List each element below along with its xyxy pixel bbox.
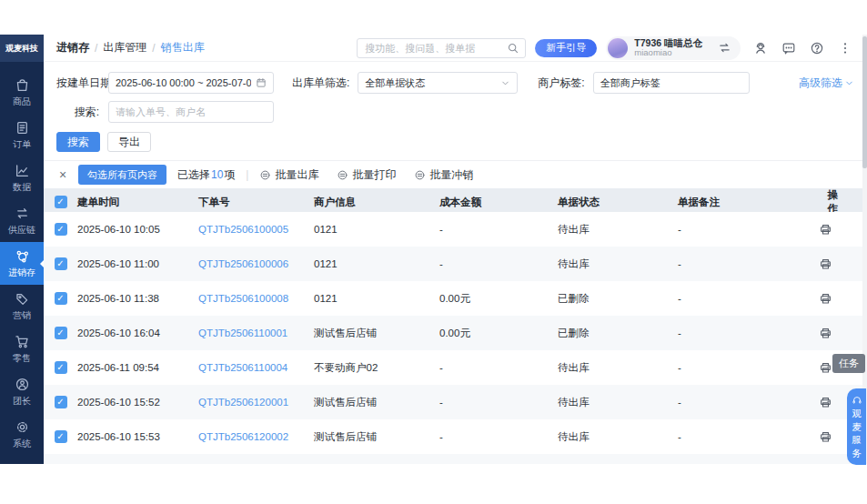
batch-print-button[interactable]: 批量打印 [337,167,396,183]
sidebar-item-person[interactable]: 团长 [0,370,44,413]
avatar[interactable] [608,38,628,58]
printer-icon[interactable] [819,361,832,375]
status-text: 待出库 [558,223,678,237]
batch-circle-icon [337,169,348,181]
row-checkbox[interactable]: ✓ [55,430,67,443]
help-icon[interactable] [810,41,824,55]
select-all-pages-button[interactable]: 勾选所有页内容 [78,165,166,185]
sidebar-item-label: 营销 [13,309,31,322]
cell-create-time: 2025-06-10 16:04 [77,328,198,338]
order-number-link[interactable]: QTJTb2506110001 [198,328,314,338]
date-range-picker[interactable] [108,72,274,94]
column-header-1: 下单号 [198,196,314,209]
cell-cost-amount: - [439,224,558,235]
close-selection-icon[interactable]: × [56,167,69,182]
switch-account-icon[interactable] [718,41,731,55]
printer-icon[interactable] [819,327,832,340]
row-checkbox[interactable]: ✓ [55,327,67,339]
order-number-link[interactable]: QTJTb2506100005 [198,224,314,235]
row-checkbox[interactable]: ✓ [55,257,67,270]
sidebar-item-inventory[interactable]: 进销存 [0,242,44,285]
breadcrumb-item-1[interactable]: 出库管理 [103,40,146,55]
sidebar-item-label: 商品 [13,96,31,108]
supply-icon [15,206,30,221]
keyword-input[interactable] [116,106,267,117]
batch-writeoff-button[interactable]: 批量冲销 [414,167,473,183]
column-header-0: 建单时间 [77,196,198,209]
global-search-box[interactable] [357,38,526,58]
task-tab[interactable]: 任务 [832,354,865,373]
merchant-tag-field[interactable] [593,72,750,94]
cell-note: - [678,328,819,338]
chat-icon[interactable] [781,41,796,55]
service-tab-char: 观 [852,408,862,419]
search-icon[interactable] [507,42,519,55]
row-checkbox-cell: ✓ [44,396,77,408]
row-checkbox-cell: ✓ [44,292,77,305]
export-button[interactable]: 导出 [107,132,151,152]
bag-icon [15,77,30,93]
cell-cost-amount: - [439,362,558,373]
sidebar-item-chart[interactable]: 数据 [0,156,44,199]
column-header-3: 成本金额 [439,196,558,209]
table-row: ✓2025-06-10 11:38QTJTb250610000801210.00… [44,281,867,316]
filter-panel: 按建单日期 出库单筛选: 全部单据状态 商户标签: [44,62,867,161]
table-header-row: ✓ 建单时间下单号商户信息成本金额单据状态单据备注操作 [44,188,867,212]
cell-create-time: 2025-06-11 09:54 [77,362,198,373]
selected-count: 10 [210,168,224,181]
order-number-link[interactable]: QTJTb2506110004 [198,362,314,373]
batch-bar: × 勾选所有页内容 已选择10项 | 批量出库批量打印批量冲销 [44,161,867,188]
row-checkbox-cell: ✓ [44,361,77,374]
printer-icon[interactable] [819,396,832,409]
order-number-link[interactable]: QTJTb2506120001 [198,397,314,408]
order-number-link[interactable]: QTJTb2506100008 [198,293,314,304]
calendar-icon[interactable] [256,77,267,88]
sidebar-item-gear[interactable]: 系统 [0,413,44,456]
row-checkbox-cell: ✓ [44,257,77,270]
breadcrumb-item-0[interactable]: 进销存 [56,40,89,55]
newbie-guide-button[interactable]: 新手引导 [535,39,597,57]
printer-icon[interactable] [819,430,832,444]
date-range-input[interactable] [116,77,251,88]
sidebar-item-supply[interactable]: 供应链 [0,199,44,242]
printer-icon[interactable] [819,257,832,271]
status-select[interactable]: 全部单据状态 [358,72,518,94]
selected-prefix: 已选择 [177,168,210,181]
cell-note: - [678,224,819,235]
row-checkbox[interactable]: ✓ [55,396,67,408]
printer-icon[interactable] [819,292,832,306]
batch-circle-icon [259,169,271,181]
batch-outbound-button[interactable]: 批量出库 [259,167,318,183]
status-text: 已删除 [558,292,678,306]
order-number-link[interactable]: QTJTb2506100006 [198,258,314,269]
order-number-link[interactable]: QTJTb2506120002 [198,431,314,442]
select-all-checkbox[interactable]: ✓ [55,196,67,208]
row-checkbox[interactable]: ✓ [55,292,67,305]
merchant-tag-input[interactable] [600,77,742,88]
column-header-2: 商户信息 [314,196,439,209]
sidebar-item-tag[interactable]: 营销 [0,285,44,328]
sidebar-item-bag[interactable]: 商品 [0,71,44,114]
more-icon[interactable] [838,41,852,55]
user-pill[interactable]: T7936 喵喵总仓 miaomiao [606,36,741,60]
cell-note: - [678,258,819,269]
row-checkbox[interactable]: ✓ [55,223,67,236]
outbound-orders-table: ✓ 建单时间下单号商户信息成本金额单据状态单据备注操作 ✓2025-06-10 … [44,188,867,464]
advanced-filter-link[interactable]: 高级筛选 [799,76,854,91]
sidebar-item-order[interactable]: 订单 [0,114,44,156]
service-tab[interactable]: 观麦服务 [847,388,866,465]
row-checkbox-cell: ✓ [44,327,77,339]
breadcrumb-item-2[interactable]: 销售出库 [161,40,205,55]
service-tab-char: 务 [852,448,862,459]
service-icon[interactable] [753,41,768,55]
row-checkbox[interactable]: ✓ [55,361,67,374]
scrollbar-thumb[interactable] [862,36,867,168]
status-text: 已删除 [558,327,678,340]
global-search-input[interactable] [365,43,503,54]
keyword-field[interactable] [108,101,274,123]
search-button[interactable]: 搜索 [56,132,100,152]
printer-icon[interactable] [819,223,832,237]
sidebar-item-cart[interactable]: 零售 [0,328,44,370]
cart-icon [15,334,30,349]
date-type-dropdown[interactable]: 按建单日期 [56,76,108,91]
